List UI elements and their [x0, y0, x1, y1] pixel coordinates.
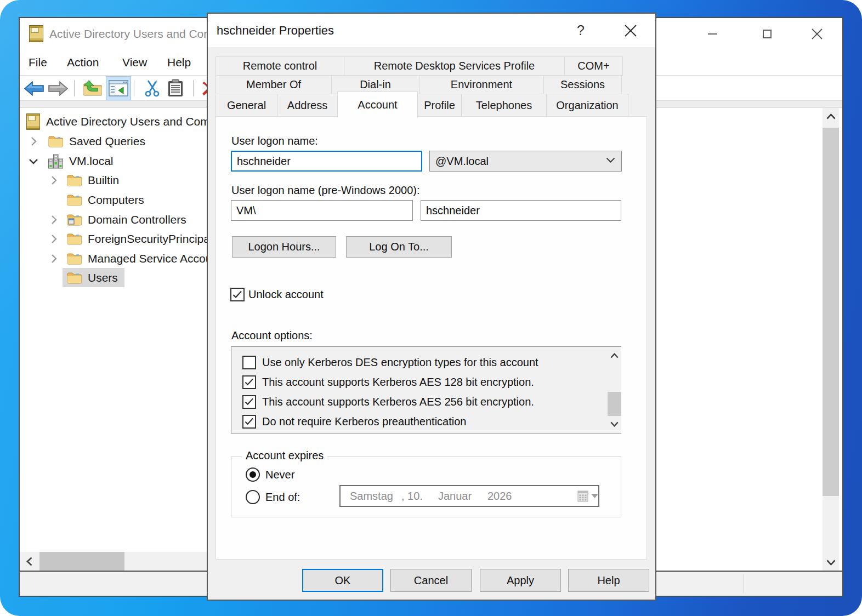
- calendar-icon[interactable]: [577, 490, 588, 502]
- show-console-tree-button[interactable]: [106, 76, 131, 100]
- option-row-aes128[interactable]: This account supports Kerberos AES 128 b…: [231, 372, 593, 392]
- checkbox-checked[interactable]: [242, 395, 256, 409]
- tree-item-managed-service-accounts[interactable]: Managed Service Accounts: [48, 249, 227, 269]
- end-of-radio[interactable]: [246, 490, 260, 504]
- maximize-button[interactable]: [755, 18, 780, 49]
- clipboard-icon: [167, 79, 184, 98]
- chevron-right-icon[interactable]: [48, 214, 60, 226]
- checkbox-unchecked[interactable]: [242, 356, 256, 369]
- tree-item-foreign-security-principals[interactable]: ForeignSecurityPrincipals: [48, 229, 218, 249]
- pre-windows-2000-domain-input[interactable]: VM\: [231, 200, 413, 221]
- tree-item-saved-queries[interactable]: Saved Queries: [27, 132, 145, 151]
- chevron-right-icon[interactable]: [27, 135, 39, 147]
- scroll-down-icon[interactable]: [608, 417, 621, 432]
- domain-suffix-dropdown[interactable]: @VM.local: [429, 151, 622, 172]
- minimize-button[interactable]: [700, 18, 725, 49]
- account-options-listbox[interactable]: Use only Kerberos DES encryption types f…: [231, 346, 621, 434]
- option-row-des[interactable]: Use only Kerberos DES encryption types f…: [231, 352, 593, 372]
- never-radio[interactable]: [246, 467, 260, 482]
- chevron-right-icon[interactable]: [48, 253, 60, 265]
- dialog-title: hschneider Properties: [217, 14, 334, 47]
- tab-general[interactable]: General: [216, 94, 277, 117]
- user-logon-name-value: hschneider: [237, 155, 291, 168]
- expire-date-picker[interactable]: Samstag , 10. Januar 2026: [339, 485, 599, 507]
- ok-button[interactable]: OK: [302, 569, 383, 592]
- paste-button[interactable]: [164, 76, 187, 100]
- menu-help[interactable]: Help: [167, 49, 191, 75]
- tree-item-domain-controllers[interactable]: Domain Controllers: [48, 210, 186, 230]
- up-folder-icon: [83, 80, 103, 96]
- back-button[interactable]: [23, 76, 45, 100]
- date-day: , 10.: [401, 486, 423, 506]
- menu-view[interactable]: View: [122, 49, 147, 75]
- user-logon-name-input[interactable]: hschneider: [231, 151, 422, 172]
- unlock-account-checkbox[interactable]: [230, 288, 245, 301]
- chevron-right-icon[interactable]: [48, 174, 60, 186]
- console-root-icon: [26, 113, 40, 130]
- tab-telephones[interactable]: Telephones: [461, 94, 547, 117]
- vertical-scrollbar-thumb[interactable]: [823, 128, 839, 496]
- option-row-preauth[interactable]: Do not require Kerberos preauthenticatio…: [231, 412, 593, 431]
- dialog-help-button[interactable]: ?: [564, 14, 597, 47]
- scroll-left-icon[interactable]: [20, 552, 38, 571]
- account-options-label: Account options:: [231, 329, 313, 342]
- log-on-to-button[interactable]: Log On To...: [346, 236, 452, 258]
- date-month: Januar: [438, 486, 472, 506]
- tree-item-builtin[interactable]: Builtin: [48, 170, 119, 190]
- check-icon: [245, 418, 254, 425]
- tree-item-label: Saved Queries: [69, 135, 145, 148]
- checkbox-checked[interactable]: [242, 415, 256, 429]
- tab-member-of[interactable]: Member Of: [216, 75, 332, 94]
- checkbox-checked[interactable]: [242, 375, 256, 389]
- scroll-down-icon[interactable]: [823, 554, 839, 571]
- tab-sessions[interactable]: Sessions: [543, 75, 622, 94]
- check-icon: [232, 290, 242, 299]
- maximize-icon: [763, 30, 772, 38]
- tab-account[interactable]: Account: [337, 92, 418, 117]
- apply-button[interactable]: Apply: [480, 569, 561, 592]
- minimize-icon: [708, 33, 717, 35]
- option-label: This account supports Kerberos AES 256 b…: [262, 396, 534, 408]
- tab-com-plus[interactable]: COM+: [564, 56, 623, 76]
- listbox-scrollbar-thumb[interactable]: [608, 392, 621, 416]
- tab-profile[interactable]: Profile: [417, 94, 462, 117]
- help-button[interactable]: Help: [568, 569, 649, 592]
- tree-item-label: Builtin: [88, 174, 119, 187]
- folder-icon: [67, 174, 82, 186]
- tab-remote-control[interactable]: Remote control: [216, 56, 344, 76]
- menu-file[interactable]: File: [29, 49, 47, 75]
- chevron-down-icon[interactable]: [27, 155, 39, 167]
- scissors-icon: [143, 79, 161, 97]
- dialog-close-button[interactable]: [614, 14, 648, 47]
- scroll-up-icon[interactable]: [823, 108, 839, 124]
- option-row-aes256[interactable]: This account supports Kerberos AES 256 b…: [231, 392, 593, 412]
- logon-hours-button[interactable]: Logon Hours...: [232, 236, 336, 258]
- help-icon: ?: [577, 22, 585, 38]
- tab-organization[interactable]: Organization: [546, 94, 628, 117]
- tree-item-users[interactable]: Users: [67, 268, 118, 288]
- horizontal-scrollbar-thumb[interactable]: [39, 552, 124, 571]
- cut-button[interactable]: [141, 76, 163, 100]
- tab-environment[interactable]: Environment: [419, 75, 544, 94]
- listbox-scrollbar[interactable]: [608, 347, 621, 433]
- chevron-right-icon[interactable]: [48, 233, 60, 245]
- statusbar-pane-divider: [744, 574, 744, 594]
- close-button[interactable]: [804, 18, 830, 49]
- folder-icon: [67, 194, 82, 206]
- tab-remote-desktop-services-profile[interactable]: Remote Desktop Services Profile: [344, 56, 565, 76]
- menu-action[interactable]: Action: [67, 49, 99, 75]
- tree-item-label: ForeignSecurityPrincipals: [88, 232, 218, 246]
- tree-item-vm-local[interactable]: VM.local: [27, 151, 114, 171]
- vertical-scrollbar[interactable]: [823, 108, 839, 571]
- forward-button[interactable]: [47, 76, 69, 100]
- scroll-up-icon[interactable]: [608, 348, 621, 363]
- folder-dc-icon: [67, 214, 82, 226]
- folder-icon: [48, 135, 63, 147]
- tree-item-computers[interactable]: Computers: [67, 190, 144, 210]
- dialog-titlebar[interactable]: hschneider Properties ?: [208, 14, 655, 47]
- tab-address[interactable]: Address: [277, 94, 338, 117]
- tree-item-label: Computers: [88, 193, 144, 207]
- pre-windows-2000-name-input[interactable]: hschneider: [421, 200, 621, 221]
- cancel-button[interactable]: Cancel: [390, 569, 472, 592]
- up-one-level-button[interactable]: [81, 76, 104, 100]
